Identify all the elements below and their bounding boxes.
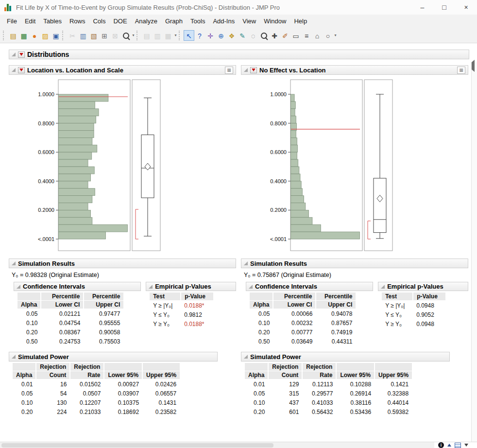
simulated-power-header[interactable]: Simulated Power <box>9 352 218 362</box>
menu-graph[interactable]: Graph <box>161 16 187 27</box>
menu-add-ins[interactable]: Add-Ins <box>209 16 238 27</box>
search-dropdown-icon[interactable]: ▾ <box>131 33 136 37</box>
toolbar-grip <box>62 31 65 40</box>
empirical-p-values-header[interactable]: Empirical p-Values <box>378 282 468 291</box>
help-tool-icon[interactable]: ? <box>194 30 205 41</box>
disclosure-icon[interactable] <box>249 285 253 289</box>
column-header: Percentile <box>41 293 84 301</box>
table-row: Y ≥ |Y₀|0.0188* <box>150 301 213 310</box>
panel-header[interactable]: No Effect vs. Location ▦ <box>241 65 468 75</box>
open-icon[interactable]: ▨ <box>40 30 51 41</box>
info-icon[interactable]: i <box>438 442 444 448</box>
pencil-tool-icon[interactable]: ✐ <box>280 30 290 41</box>
confidence-intervals-title: Confidence Intervals <box>255 283 317 290</box>
disclosure-icon[interactable] <box>12 355 16 359</box>
new-script-icon[interactable]: ● <box>29 30 40 41</box>
column-header: Rejection <box>302 363 336 371</box>
confidence-intervals-table: Percentile Percentile Alpha Lower CI Upp… <box>17 293 123 346</box>
oval-tool-icon[interactable]: ○ <box>323 30 333 41</box>
distributions-header[interactable]: Distributions <box>9 50 469 59</box>
table-row: 0.01160.015020.009270.02426 <box>13 379 180 389</box>
new-journal-icon[interactable]: ▤ <box>8 30 18 41</box>
simulated-power-header[interactable]: Simulated Power <box>241 352 450 362</box>
table-row: 0.206010.564320.534360.59382 <box>245 407 412 416</box>
arrow-tool-icon[interactable]: ↖ <box>184 30 194 41</box>
red-triangle-menu-icon[interactable] <box>18 67 25 73</box>
distribution-graph[interactable]: 1.00000.80000.60000.40000.2000<.0001 <box>9 79 236 252</box>
lock-icon: ⊠ <box>110 30 120 41</box>
menu-doe[interactable]: DOE <box>109 16 131 27</box>
simulated-power-body: 0.011290.121130.102880.14210.053150.2957… <box>245 379 412 417</box>
svg-text:1.0000: 1.0000 <box>38 91 54 97</box>
datatable-icon[interactable] <box>455 443 461 448</box>
distribution-graph[interactable]: 1.00000.80000.60000.40000.2000<.0001 <box>241 79 468 252</box>
screen-capture-icon[interactable]: ⊞ <box>99 30 110 41</box>
magnifier-tool-icon[interactable] <box>258 30 269 41</box>
report-preview-icon[interactable]: ▦ <box>225 67 233 74</box>
disclosure-icon[interactable] <box>244 355 248 359</box>
copy-icon[interactable]: ▥ <box>78 30 88 41</box>
globe-tool-icon[interactable]: ⊕ <box>216 30 226 41</box>
disclosure-icon[interactable] <box>17 285 20 289</box>
horizontal-scrollbar[interactable]: i <box>0 442 477 448</box>
confidence-intervals-header[interactable]: Confidence Intervals <box>14 282 141 291</box>
simulation-results-header[interactable]: Simulation Results <box>241 258 468 268</box>
search-icon[interactable] <box>120 30 131 41</box>
column-header: Upper 95% <box>375 371 412 379</box>
red-triangle-menu-icon[interactable] <box>18 52 25 58</box>
disclosure-icon[interactable] <box>149 285 153 289</box>
column-header: Lower 95% <box>104 371 142 379</box>
disclosure-icon[interactable] <box>244 261 248 265</box>
plus-tool-icon[interactable]: ✚ <box>269 30 280 41</box>
empirical-p-values-header[interactable]: Empirical p-Values <box>146 282 236 291</box>
disclosure-icon[interactable] <box>12 52 16 56</box>
brush-tool-icon[interactable]: ✎ <box>237 30 248 41</box>
menu-cols[interactable]: Cols <box>89 16 109 27</box>
menu-tools[interactable]: Tools <box>187 16 209 27</box>
paste-icon[interactable]: ▧ <box>88 30 99 41</box>
report-preview-icon[interactable]: ▦ <box>457 67 465 74</box>
column-header: Lower 95% <box>336 371 375 379</box>
caret-up-icon[interactable] <box>447 444 451 447</box>
red-triangle-menu-icon[interactable] <box>250 67 257 73</box>
intervals-row: Confidence Intervals Percentile Percenti… <box>14 282 236 346</box>
menu-file[interactable]: File <box>3 16 21 27</box>
disclosure-icon[interactable] <box>12 68 16 72</box>
grabber-tool-icon[interactable]: ❖ <box>226 30 237 41</box>
table-row: 0.05540.05070.039070.06557 <box>13 389 180 398</box>
close-button[interactable]: × <box>455 0 477 15</box>
maximize-button[interactable]: □ <box>433 0 455 15</box>
lasso-tool-icon[interactable]: ◌ <box>248 30 258 41</box>
menu-rows[interactable]: Rows <box>66 16 89 27</box>
menu-edit[interactable]: Edit <box>21 16 39 27</box>
status-icon-cluster: i <box>434 442 477 448</box>
scrollbar-thumb[interactable] <box>1 443 273 448</box>
vertical-scrollbar[interactable] <box>471 62 477 442</box>
table-row: 0.200.083670.90058 <box>17 327 123 337</box>
menu-analyze[interactable]: Analyze <box>131 16 161 27</box>
line-tool-icon[interactable]: ≡ <box>301 30 312 41</box>
panel-header[interactable]: Location vs. Location and Scale ▦ <box>9 65 236 75</box>
menu-view[interactable]: View <box>238 16 260 27</box>
confidence-intervals-header[interactable]: Confidence Intervals <box>246 282 373 291</box>
minimize-button[interactable]: – <box>411 0 433 15</box>
crosshair-tool-icon[interactable]: ✛ <box>205 30 216 41</box>
menu-help[interactable]: Help <box>290 16 311 27</box>
dropdown-icon[interactable] <box>464 444 468 447</box>
menu-tables[interactable]: Tables <box>39 16 66 27</box>
oval-tool-dropdown-icon[interactable]: ▾ <box>333 33 338 37</box>
print-preview-dropdown-icon[interactable]: ▾ <box>173 33 178 37</box>
new-data-table-icon[interactable]: ▦ <box>18 30 29 41</box>
save-icon[interactable]: ▣ <box>51 30 61 41</box>
menu-window[interactable]: Window <box>260 16 290 27</box>
disclosure-icon[interactable] <box>12 261 16 265</box>
toolbar: ▤▦●▨▣✂▥▧⊞⊠▾▤▥▦▾↖?✛⊕❖✎◌✚✐▭≡⌂○▾ <box>0 28 477 43</box>
annotate-tool-icon[interactable]: ▭ <box>290 30 301 41</box>
collapse-chevron-icon[interactable] <box>472 60 475 72</box>
simulation-results-header[interactable]: Simulation Results <box>9 258 236 268</box>
disclosure-icon[interactable] <box>381 285 385 289</box>
column-header: Percentile <box>84 293 123 301</box>
disclosure-icon[interactable] <box>244 68 248 72</box>
polygon-tool-icon[interactable]: ⌂ <box>312 30 323 41</box>
window-title: Fit Life by X of Time-to-Event by Group … <box>16 4 411 11</box>
